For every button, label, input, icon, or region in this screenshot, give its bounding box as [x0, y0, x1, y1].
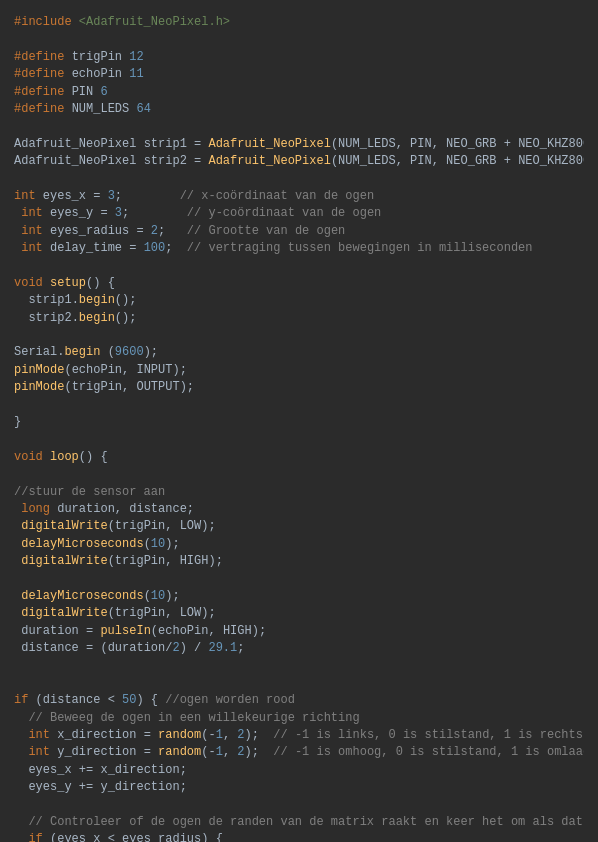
- line-45: eyes_y += y_direction;: [14, 780, 187, 794]
- line-22: pinMode(trigPin, OUTPUT);: [14, 380, 194, 394]
- code-content: #include <Adafruit_NeoPixel.h> #define t…: [14, 14, 584, 842]
- line-34: delayMicroseconds(10);: [14, 589, 180, 603]
- line-18: strip2.begin();: [14, 311, 136, 325]
- line-48: if (eyes_x < eyes_radius) {: [14, 832, 223, 842]
- line-13: int eyes_radius = 2; // Grootte van de o…: [14, 224, 345, 238]
- line-42: int x_direction = random(-1, 2); // -1 i…: [14, 728, 583, 742]
- line-47: // Controleer of de ogen de randen van d…: [14, 815, 584, 829]
- line-35: digitalWrite(trigPin, LOW);: [14, 606, 216, 620]
- line-14: int delay_time = 100; // vertraging tuss…: [14, 241, 533, 255]
- line-44: eyes_x += x_direction;: [14, 763, 187, 777]
- line-3: #define trigPin 12: [14, 50, 144, 64]
- line-20: Serial.begin (9600);: [14, 345, 158, 359]
- line-43: int y_direction = random(-1, 2); // -1 i…: [14, 745, 584, 759]
- line-17: strip1.begin();: [14, 293, 136, 307]
- line-41: // Beweeg de ogen in een willekeurige ri…: [14, 711, 360, 725]
- line-36: duration = pulseIn(echoPin, HIGH);: [14, 624, 266, 638]
- line-40: if (distance < 50) { //ogen worden rood: [14, 693, 295, 707]
- code-editor: #include <Adafruit_NeoPixel.h> #define t…: [10, 8, 588, 842]
- line-11: int eyes_x = 3; // x-coördinaat van de o…: [14, 189, 374, 203]
- line-28: //stuur de sensor aan: [14, 485, 165, 499]
- line-21: pinMode(echoPin, INPUT);: [14, 363, 187, 377]
- line-12: int eyes_y = 3; // y-coördinaat van de o…: [14, 206, 381, 220]
- line-31: delayMicroseconds(10);: [14, 537, 180, 551]
- line-29: long duration, distance;: [14, 502, 194, 516]
- line-1: #include <Adafruit_NeoPixel.h>: [14, 15, 230, 29]
- line-9: Adafruit_NeoPixel strip2 = Adafruit_NeoP…: [14, 154, 584, 168]
- line-37: distance = (duration/2) / 29.1;: [14, 641, 244, 655]
- line-8: Adafruit_NeoPixel strip1 = Adafruit_NeoP…: [14, 137, 584, 151]
- line-16: void setup() {: [14, 276, 115, 290]
- line-26: void loop() {: [14, 450, 108, 464]
- line-32: digitalWrite(trigPin, HIGH);: [14, 554, 223, 568]
- line-6: #define NUM_LEDS 64: [14, 102, 151, 116]
- line-24: }: [14, 415, 21, 429]
- line-4: #define echoPin 11: [14, 67, 144, 81]
- line-30: digitalWrite(trigPin, LOW);: [14, 519, 216, 533]
- line-5: #define PIN 6: [14, 85, 108, 99]
